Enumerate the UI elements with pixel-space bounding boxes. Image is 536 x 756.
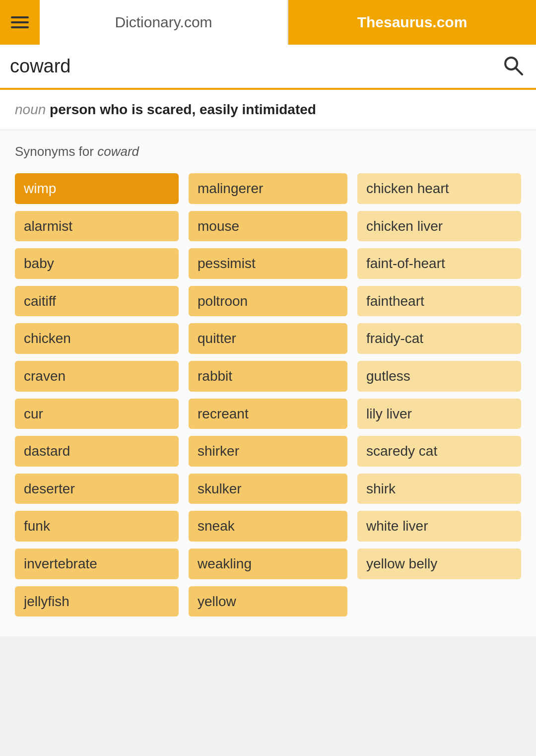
list-item[interactable]: lily liver — [357, 399, 521, 429]
list-item[interactable]: sneak — [189, 511, 347, 542]
tab-dictionary[interactable]: Dictionary.com — [40, 0, 288, 45]
list-item[interactable]: chicken — [15, 323, 179, 354]
svg-line-1 — [516, 68, 522, 74]
list-item[interactable]: fraidy-cat — [357, 323, 521, 354]
search-bar — [0, 45, 536, 90]
list-item[interactable]: scaredy cat — [357, 436, 521, 467]
synonym-col-3: chicken heartchicken liverfaint-of-heart… — [352, 173, 521, 579]
list-item[interactable]: mouse — [189, 211, 347, 242]
list-item[interactable]: quitter — [189, 323, 347, 354]
list-item[interactable]: craven — [15, 361, 179, 392]
list-item[interactable]: cur — [15, 399, 179, 429]
search-input[interactable] — [10, 56, 500, 77]
list-item[interactable]: gutless — [357, 361, 521, 392]
synonyms-label: Synonyms for coward — [15, 144, 521, 159]
list-item[interactable]: white liver — [357, 511, 521, 542]
list-item[interactable]: skulker — [189, 474, 347, 504]
list-item[interactable]: poltroon — [189, 286, 347, 317]
header: Dictionary.com Thesaurus.com — [0, 0, 536, 45]
list-item[interactable]: dastard — [15, 436, 179, 467]
list-item[interactable]: shirk — [357, 474, 521, 504]
tab-thesaurus[interactable]: Thesaurus.com — [288, 0, 536, 45]
list-item[interactable]: pessimist — [189, 248, 347, 279]
list-item[interactable]: funk — [15, 511, 179, 542]
synonyms-label-text: Synonyms for — [15, 144, 94, 159]
synonym-col-1: wimpalarmistbabycaitiffchickencravencurd… — [15, 173, 184, 617]
list-item[interactable]: yellow belly — [357, 549, 521, 579]
list-item[interactable]: faintheart — [357, 286, 521, 317]
list-item[interactable]: jellyfish — [15, 586, 179, 617]
list-item[interactable]: malingerer — [189, 173, 347, 204]
synonym-grid: wimpalarmistbabycaitiffchickencravencurd… — [15, 173, 521, 617]
list-item[interactable]: weakling — [189, 549, 347, 579]
list-item[interactable]: baby — [15, 248, 179, 279]
synonyms-section: Synonyms for coward wimpalarmistbabycait… — [0, 130, 536, 636]
list-item[interactable]: shirker — [189, 436, 347, 467]
list-item[interactable]: caitiff — [15, 286, 179, 317]
synonyms-word: coward — [97, 144, 139, 159]
hamburger-icon — [11, 16, 29, 28]
part-of-speech: noun — [15, 102, 46, 117]
list-item[interactable]: faint-of-heart — [357, 248, 521, 279]
list-item[interactable]: chicken liver — [357, 211, 521, 242]
list-item[interactable]: rabbit — [189, 361, 347, 392]
definition-content: person who is scared, easily intimidated — [50, 102, 316, 117]
list-item[interactable]: chicken heart — [357, 173, 521, 204]
list-item[interactable]: recreant — [189, 399, 347, 429]
list-item[interactable]: wimp — [15, 173, 179, 204]
search-button[interactable] — [500, 53, 526, 80]
definition-bar: noun person who is scared, easily intimi… — [0, 90, 536, 130]
search-icon — [502, 55, 524, 76]
list-item[interactable]: alarmist — [15, 211, 179, 242]
synonym-col-2: malingerermousepessimistpoltroonquitterr… — [184, 173, 352, 617]
list-item[interactable]: yellow — [189, 586, 347, 617]
list-item[interactable]: deserter — [15, 474, 179, 504]
list-item[interactable]: invertebrate — [15, 549, 179, 579]
menu-button[interactable] — [0, 16, 40, 28]
definition-text: noun person who is scared, easily intimi… — [15, 102, 521, 118]
